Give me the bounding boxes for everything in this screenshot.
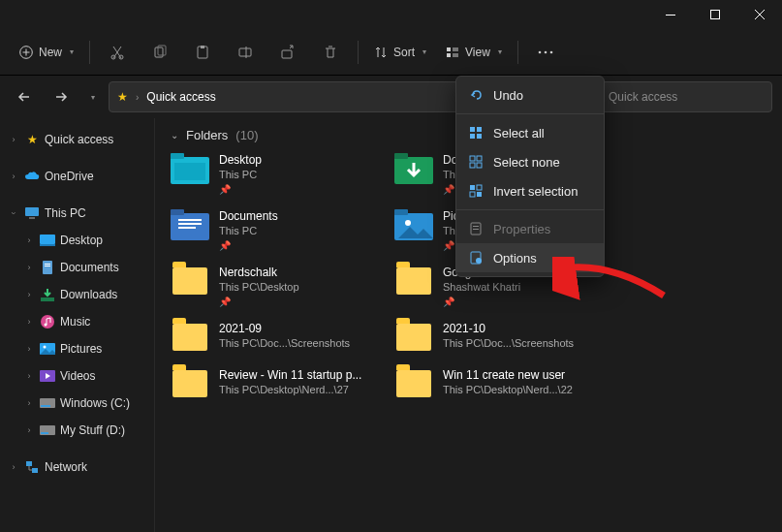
- item-icon: [39, 422, 56, 439]
- folder-icon: [171, 208, 209, 241]
- sidebar-item-label: Network: [45, 460, 87, 474]
- svg-rect-58: [470, 192, 475, 197]
- chevron-down-icon: ⌄: [171, 130, 178, 141]
- svg-rect-48: [470, 127, 475, 132]
- menu-item-undo[interactable]: Undo: [456, 80, 604, 110]
- folder-item[interactable]: Review - Win 11 startup p... This PC\Des…: [171, 367, 389, 400]
- titlebar: [0, 0, 782, 29]
- share-button[interactable]: [268, 35, 307, 70]
- rename-button[interactable]: [226, 35, 265, 70]
- recent-button[interactable]: ▾: [83, 82, 101, 111]
- svg-rect-19: [40, 244, 55, 246]
- menu-item-invert-selection[interactable]: Invert selection: [456, 176, 604, 205]
- forward-button[interactable]: [47, 82, 76, 111]
- sidebar-item-quick-access[interactable]: › ★ Quick access: [0, 126, 154, 153]
- chevron-right-icon: ›: [23, 235, 35, 245]
- folder-item[interactable]: 2021-10 This PC\Doc...\Screenshots: [394, 321, 612, 354]
- svg-rect-49: [477, 127, 482, 132]
- svg-rect-21: [45, 264, 50, 265]
- chevron-down-icon: ▾: [498, 47, 502, 56]
- sidebar-item[interactable]: › My Stuff (D:): [0, 417, 154, 444]
- sidebar-item[interactable]: › Videos: [0, 362, 154, 390]
- svg-rect-37: [174, 163, 205, 180]
- plus-icon: [19, 46, 33, 59]
- svg-point-47: [405, 220, 411, 226]
- menu-item-label: Undo: [493, 88, 523, 103]
- breadcrumb[interactable]: Quick access: [146, 90, 215, 104]
- svg-point-25: [45, 324, 47, 327]
- folder-item[interactable]: Documents This PC 📌: [171, 208, 389, 251]
- folder-item[interactable]: Nerdschalk This PC\Desktop 📌: [171, 265, 389, 307]
- maximize-button[interactable]: [693, 0, 737, 29]
- svg-rect-54: [470, 163, 475, 168]
- arrow-right-icon: [54, 90, 68, 104]
- folder-item[interactable]: 2021-09 This PC\Doc...\Screenshots: [171, 321, 389, 354]
- copy-button[interactable]: [141, 35, 179, 70]
- svg-rect-30: [41, 405, 50, 407]
- sort-button[interactable]: Sort ▾: [366, 40, 434, 65]
- cut-button[interactable]: [98, 35, 137, 70]
- svg-rect-20: [43, 261, 52, 274]
- star-icon: ★: [23, 131, 41, 148]
- sidebar-item[interactable]: › Desktop: [0, 227, 154, 254]
- navbar: ▾ ★ › Quick access Quick access: [0, 76, 782, 118]
- svg-rect-62: [473, 229, 479, 230]
- sidebar-item-label: Downloads: [60, 288, 117, 301]
- folder-icon: [394, 265, 433, 297]
- folder-name: Review - Win 11 startup p...: [219, 368, 361, 382]
- sidebar-item[interactable]: › Music: [0, 308, 154, 335]
- select-none-icon: [468, 154, 484, 170]
- toolbar: New ▾ Sort ▾ View ▾: [0, 29, 782, 76]
- sidebar-item-label: Quick access: [45, 133, 113, 146]
- svg-rect-18: [40, 235, 55, 244]
- sidebar-item-network[interactable]: › Network: [0, 454, 154, 481]
- sidebar-item-this-pc[interactable]: › This PC: [0, 200, 154, 227]
- svg-rect-17: [29, 217, 35, 219]
- sidebar-item[interactable]: › Pictures: [0, 335, 154, 362]
- folder-icon: [171, 265, 209, 297]
- delete-button[interactable]: [311, 35, 350, 70]
- paste-button[interactable]: [183, 35, 222, 70]
- folder-item[interactable]: Desktop This PC 📌: [171, 152, 389, 195]
- svg-point-3: [111, 55, 115, 59]
- svg-rect-39: [394, 153, 408, 159]
- paste-icon: [195, 45, 210, 60]
- menu-item-options[interactable]: Options: [456, 243, 604, 272]
- close-button[interactable]: [737, 0, 782, 29]
- sidebar-item[interactable]: › Documents: [0, 254, 154, 281]
- chevron-right-icon: ›: [23, 317, 35, 327]
- share-icon: [280, 45, 296, 60]
- svg-rect-61: [473, 226, 479, 227]
- folder-item[interactable]: Win 11 create new user This PC\Desktop\N…: [394, 367, 612, 400]
- view-button[interactable]: View ▾: [438, 40, 510, 65]
- network-icon: [23, 458, 41, 476]
- svg-rect-9: [239, 48, 251, 56]
- sidebar-item-label: Windows (C:): [60, 396, 130, 410]
- new-button[interactable]: New ▾: [12, 40, 81, 65]
- search-input[interactable]: Quick access: [598, 81, 772, 112]
- menu-item-select-all[interactable]: Select all: [456, 118, 604, 147]
- back-button[interactable]: [10, 82, 39, 111]
- options-icon: [468, 250, 484, 266]
- sidebar-item-onedrive[interactable]: › OneDrive: [0, 163, 154, 190]
- menu-item-select-none[interactable]: Select none: [456, 147, 604, 176]
- svg-rect-51: [477, 134, 482, 139]
- svg-rect-34: [32, 468, 38, 473]
- chevron-down-icon: ▾: [422, 47, 426, 56]
- svg-rect-11: [447, 47, 451, 51]
- sidebar-item[interactable]: › Windows (C:): [0, 390, 154, 417]
- view-label: View: [465, 46, 490, 59]
- more-button[interactable]: [526, 35, 565, 70]
- minimize-button[interactable]: [648, 0, 693, 29]
- select-all-icon: [468, 125, 484, 141]
- menu-separator: [456, 113, 604, 114]
- folder-icon: [394, 208, 433, 241]
- item-icon: [39, 367, 56, 385]
- menu-item-label: Invert selection: [493, 184, 578, 199]
- folder-path: This PC\Doc...\Screenshots: [443, 337, 574, 349]
- sidebar-item-label: Videos: [60, 369, 95, 383]
- chevron-right-icon: ›: [23, 425, 35, 435]
- svg-point-64: [476, 258, 482, 264]
- sidebar-item[interactable]: › Downloads: [0, 281, 154, 308]
- svg-rect-16: [25, 207, 39, 216]
